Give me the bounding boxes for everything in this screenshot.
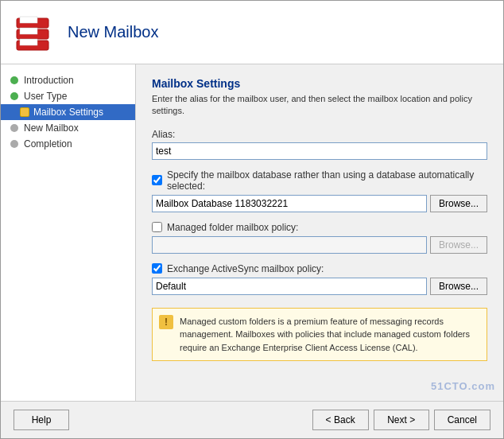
policy-browse-button[interactable]: Browse... [430,236,487,254]
dialog-footer: Help < Back Next > Cancel [1,401,503,438]
checkbox-policy-row: Managed folder mailbox policy: [152,222,487,233]
svg-rect-3 [20,17,37,23]
main-content: Mailbox Settings Enter the alias for the… [136,64,503,401]
footer-left: Help [14,410,69,430]
checkbox-activesync-row: Exchange ActiveSync mailbox policy: [152,263,487,274]
newmailbox-bullet [9,122,20,134]
checkbox-db-label: Specify the mailbox database rather than… [167,169,487,192]
checkbox-policy[interactable] [152,222,162,232]
dialog-body: Introduction User Type Mailbox Settings … [1,64,503,401]
section-title: Mailbox Settings [152,77,487,90]
policy-input[interactable] [152,236,427,254]
svg-rect-4 [20,28,37,34]
checkbox-activesync-label: Exchange ActiveSync mailbox policy: [167,263,324,274]
sidebar-label-new-mailbox: New Mailbox [24,122,79,134]
sidebar-item-new-mailbox[interactable]: New Mailbox [1,120,135,136]
db-input-row: Browse... [152,195,487,212]
info-icon: ! [159,315,173,329]
db-browse-button[interactable]: Browse... [430,195,487,212]
next-button[interactable]: Next > [374,410,429,430]
completion-bullet [9,138,20,150]
footer-right: < Back Next > Cancel [312,410,490,430]
help-button[interactable]: Help [14,410,69,430]
activesync-input[interactable] [152,278,427,295]
checkbox-db[interactable] [152,175,162,185]
sidebar-label-usertype: User Type [24,91,67,102]
cancel-button[interactable]: Cancel [434,410,490,430]
db-input[interactable] [152,195,427,212]
header-icon [14,12,55,53]
dialog-title: New Mailbox [68,23,158,41]
policy-input-row: Browse... [152,236,487,254]
section-desc: Enter the alias for the mailbox user, an… [152,93,487,118]
alias-input[interactable] [152,142,487,160]
usertype-bullet [9,91,20,102]
sidebar-item-completion[interactable]: Completion [1,136,135,152]
info-text: Managed custom folders is a premium feat… [180,315,480,355]
dialog-header: New Mailbox [1,1,503,64]
back-button[interactable]: < Back [312,410,369,430]
sidebar: Introduction User Type Mailbox Settings … [1,64,136,401]
checkbox-policy-label: Managed folder mailbox policy: [167,222,298,233]
checkbox-db-row: Specify the mailbox database rather than… [152,169,487,192]
activesync-browse-button[interactable]: Browse... [430,278,487,295]
mailboxsettings-bullet [20,107,29,117]
info-box: ! Managed custom folders is a premium fe… [152,308,487,362]
svg-rect-5 [20,39,37,45]
sidebar-item-introduction[interactable]: Introduction [1,72,135,88]
sidebar-label-mailbox-settings: Mailbox Settings [33,107,103,118]
sidebar-item-mailbox-settings[interactable]: Mailbox Settings [1,104,135,120]
sidebar-label-completion: Completion [24,138,72,150]
sidebar-label-introduction: Introduction [24,75,74,86]
activesync-input-row: Browse... [152,278,487,295]
sidebar-item-usertype[interactable]: User Type [1,88,135,104]
alias-label: Alias: [152,129,487,140]
introduction-bullet [9,75,20,86]
checkbox-activesync[interactable] [152,263,162,274]
